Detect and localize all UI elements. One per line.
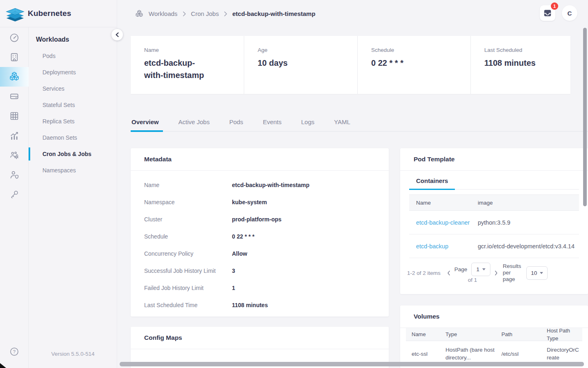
sidebar: Workloads Pods Deployments Services Stat…	[29, 27, 117, 368]
chevron-down-icon	[482, 268, 486, 270]
icon-rail: ?	[0, 27, 29, 368]
table-row: etcd-backup-cleaner python:3.5.9	[409, 211, 579, 234]
tab-containers[interactable]: Containers	[409, 174, 455, 190]
sidebar-item-workloads[interactable]	[0, 67, 29, 87]
container-image: python:3.5.9	[478, 219, 510, 226]
notification-badge: 1	[551, 2, 558, 10]
mouse-cursor	[0, 363, 6, 368]
sidebar-item-user-security[interactable]	[0, 165, 29, 185]
storage-icon	[9, 91, 20, 102]
row-label: Namespace	[144, 199, 232, 205]
row-value: Allow	[232, 250, 247, 257]
summary-card-age: Age 10 days	[244, 36, 358, 94]
avatar[interactable]: C	[562, 5, 577, 21]
sidebar-item-storage[interactable]	[0, 87, 29, 106]
sidebar-item-nodes[interactable]	[0, 47, 29, 67]
tab-active-jobs[interactable]: Active Jobs	[178, 118, 214, 131]
panel-title: Volumes	[400, 306, 588, 328]
card-value: etcd-backup-with-timestamp	[144, 57, 205, 81]
kubernetes-logo-icon	[6, 5, 24, 22]
column-header-name: Name	[409, 200, 470, 206]
card-label: Name	[144, 47, 244, 53]
page-next-button[interactable]	[492, 270, 500, 276]
table-row: etcd-backup gcr.io/etcd-development/etcd…	[409, 234, 579, 258]
column-header-path: Path	[501, 331, 547, 337]
sidebar-collapse-button[interactable]	[111, 29, 123, 40]
help-icon: ?	[9, 346, 20, 357]
chevron-right-icon	[183, 11, 186, 17]
sidebar-item-deployments[interactable]: Deployments	[29, 64, 117, 80]
card-value: 1108 minutes	[484, 57, 570, 69]
users-settings-icon	[9, 150, 20, 161]
sidebar-heading: Workloads	[29, 31, 117, 48]
page-of-text: of 1	[468, 277, 477, 283]
metrics-icon	[9, 130, 20, 141]
sidebar-item-cron-jobs[interactable]: Cron Jobs & Jobs	[29, 146, 117, 162]
volume-path: /etc/ssl	[501, 351, 547, 357]
volumes-panel: Volumes Name Type Path Host Path Type et…	[400, 306, 588, 368]
metadata-row: Failed Job History Limit 1	[144, 279, 375, 297]
sidebar-item-pods[interactable]: Pods	[29, 48, 117, 64]
key-icon	[9, 189, 20, 200]
sidebar-item-replica-sets[interactable]: Replica Sets	[29, 113, 117, 129]
breadcrumb-cron-jobs[interactable]: Cron Jobs	[191, 10, 219, 17]
container-link[interactable]: etcd-backup-cleaner	[416, 219, 470, 226]
column-header-image: image	[470, 200, 579, 206]
container-link[interactable]: etcd-backup	[416, 243, 448, 250]
sidebar-item-access-control[interactable]	[0, 145, 29, 165]
nodes-icon	[9, 52, 20, 62]
metadata-row: Concurrency Policy Allow	[144, 245, 375, 262]
row-label: Failed Job History Limit	[144, 285, 232, 291]
breadcrumb-workloads[interactable]: Workloads	[149, 10, 178, 17]
page-prev-button[interactable]	[445, 270, 453, 276]
sidebar-item-daemon-sets[interactable]: Daemon Sets	[29, 129, 117, 146]
row-label: Cluster	[144, 216, 232, 223]
metadata-row: Last Scheduled Time 1108 minutes	[144, 297, 375, 314]
svg-text:?: ?	[13, 349, 16, 354]
table-header: Name image	[409, 194, 579, 211]
volume-name: etc-ssl	[406, 351, 445, 357]
row-label: Successful Job History Limit	[144, 268, 232, 274]
card-value: 0 22 * * *	[371, 57, 470, 69]
row-label: Concurrency Policy	[144, 250, 232, 257]
row-value: kube-system	[232, 199, 267, 205]
summary-card-name: Name etcd-backup-with-timestamp	[131, 36, 244, 94]
user-shield-icon	[9, 170, 20, 180]
sidebar-item-dashboard[interactable]	[0, 28, 29, 47]
tab-logs[interactable]: Logs	[300, 118, 318, 131]
chevron-down-icon	[540, 272, 543, 274]
row-value: 0 22 * * *	[232, 233, 254, 240]
sidebar-item-secrets[interactable]	[0, 185, 29, 204]
sidebar-item-stateful-sets[interactable]: Stateful Sets	[29, 97, 117, 113]
chevron-right-icon	[224, 11, 227, 17]
tab-yaml[interactable]: YAML	[333, 118, 354, 131]
tab-overview[interactable]: Overview	[131, 118, 163, 132]
tab-events[interactable]: Events	[262, 118, 286, 131]
page-select-group: Page 1 of 1	[454, 263, 491, 283]
card-value: 10 days	[258, 57, 357, 69]
vertical-scrollbar[interactable]	[583, 28, 587, 206]
metadata-row: Successful Job History Limit 3	[144, 262, 375, 279]
sidebar-item-namespaces[interactable]: Namespaces	[29, 162, 117, 178]
results-per-page-label: Results per page	[503, 263, 521, 283]
notifications-button[interactable]: 1	[540, 5, 555, 21]
sidebar-item-services[interactable]: Services	[29, 80, 117, 97]
horizontal-scrollbar[interactable]	[120, 362, 584, 366]
sidebar-item-network[interactable]	[0, 106, 29, 126]
page-select[interactable]: 1	[471, 263, 490, 276]
inbox-icon	[543, 9, 552, 18]
panel-title: Pod Template	[400, 148, 588, 171]
column-header-host-path-type: Host Path Type	[547, 327, 582, 342]
workloads-icon	[9, 71, 20, 83]
metadata-row: Schedule 0 22 * * *	[144, 228, 375, 245]
results-per-page-select[interactable]: 10	[526, 266, 548, 280]
containers-table: Name image etcd-backup-cleaner python:3.…	[409, 194, 579, 258]
row-label: Schedule	[144, 233, 232, 240]
tab-pods[interactable]: Pods	[228, 118, 247, 131]
help-button[interactable]: ?	[0, 342, 29, 361]
sidebar-item-metrics[interactable]	[0, 126, 29, 145]
breadcrumb-current: etcd-backup-with-timestamp	[232, 10, 315, 17]
row-value: 1108 minutes	[232, 302, 268, 308]
version-text: Version 5.5.0-514	[29, 351, 117, 357]
page-label: Page	[454, 266, 468, 272]
